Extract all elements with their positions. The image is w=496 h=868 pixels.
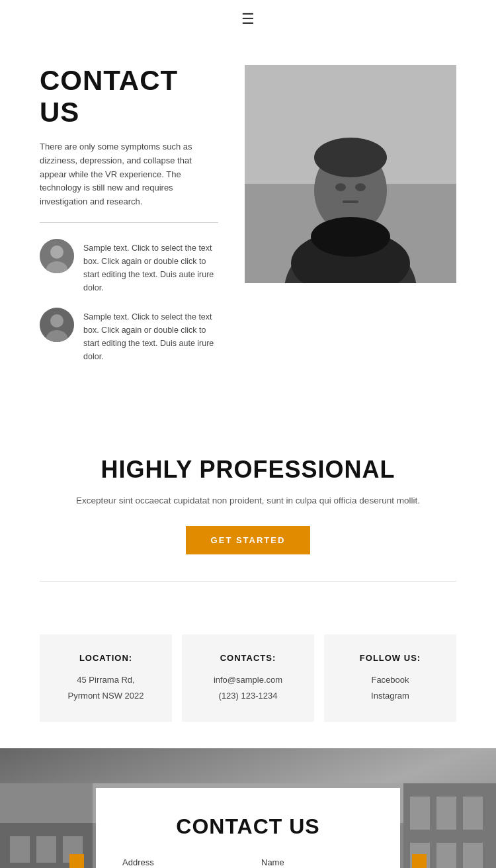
form-row-address-name: Address Name [122,857,374,868]
svg-point-14 [355,183,366,191]
location-box: LOCATION: 45 Pirrama Rd, Pyrmont NSW 202… [40,634,172,722]
contact-form-section: CONTACT US Address Name Phone Date Messa… [0,748,496,868]
svg-rect-34 [463,843,483,868]
contact-person-2-text: Sample text. Click to select the text bo… [83,308,218,363]
orange-bar-right [412,854,427,868]
contact-hero-photo [245,65,456,283]
divider [40,222,218,223]
svg-rect-31 [463,797,483,830]
follow-us-box: FOLLOW US: Facebook Instagram [324,634,456,722]
contact-person-2: Sample text. Click to select the text bo… [40,308,218,363]
highly-professional-title: HIGHLY PROFESSIONAL [40,456,456,484]
header: ☰ [0,0,496,38]
avatar-2 [40,308,74,342]
contacts-box-content: info@sample.com (123) 123-1234 [202,672,294,703]
hamburger-icon[interactable]: ☰ [241,11,255,28]
contact-form-card: CONTACT US Address Name Phone Date Messa… [96,788,400,868]
contact-hero-section: CONTACT US There are only some symptoms … [0,38,496,416]
name-label: Name [261,857,390,867]
svg-point-12 [311,217,390,257]
contact-hero-intro: There are only some symptoms such as diz… [40,140,218,209]
svg-rect-15 [343,200,358,203]
address-label: Address [122,857,251,867]
contact-hero-left: CONTACT US There are only some symptoms … [40,65,218,376]
name-field-col: Name [261,857,390,868]
avatar-1 [40,239,74,273]
svg-rect-33 [436,843,456,868]
contact-person-1-text: Sample text. Click to select the text bo… [83,239,218,294]
svg-point-4 [50,314,63,327]
svg-point-16 [314,138,387,177]
section-divider [40,581,456,582]
svg-rect-29 [410,797,430,830]
svg-rect-20 [36,836,56,863]
svg-rect-30 [436,797,456,830]
contact-hero-title: CONTACT US [40,65,218,128]
address-field-col: Address [122,857,251,868]
svg-point-1 [50,245,63,259]
hero-photo-placeholder [245,65,456,283]
svg-point-13 [335,183,346,191]
highly-professional-subtitle: Excepteur sint occaecat cupidatat non pr… [40,494,456,507]
contacts-box: CONTACTS: info@sample.com (123) 123-1234 [182,634,314,722]
info-boxes-section: LOCATION: 45 Pirrama Rd, Pyrmont NSW 202… [0,608,496,748]
follow-us-box-content: Facebook Instagram [344,672,436,703]
hero-photo-bw [245,65,456,283]
contact-person-1: Sample text. Click to select the text bo… [40,239,218,294]
location-box-title: LOCATION: [60,653,152,663]
orange-bar-left [69,854,84,868]
contacts-box-title: CONTACTS: [202,653,294,663]
highly-professional-section: HIGHLY PROFESSIONAL Excepteur sint occae… [0,416,496,608]
location-box-content: 45 Pirrama Rd, Pyrmont NSW 2022 [60,672,152,703]
svg-rect-19 [10,836,30,863]
follow-us-box-title: FOLLOW US: [344,653,436,663]
get-started-button[interactable]: GET STARTED [186,526,311,554]
contact-form-title: CONTACT US [122,814,374,839]
